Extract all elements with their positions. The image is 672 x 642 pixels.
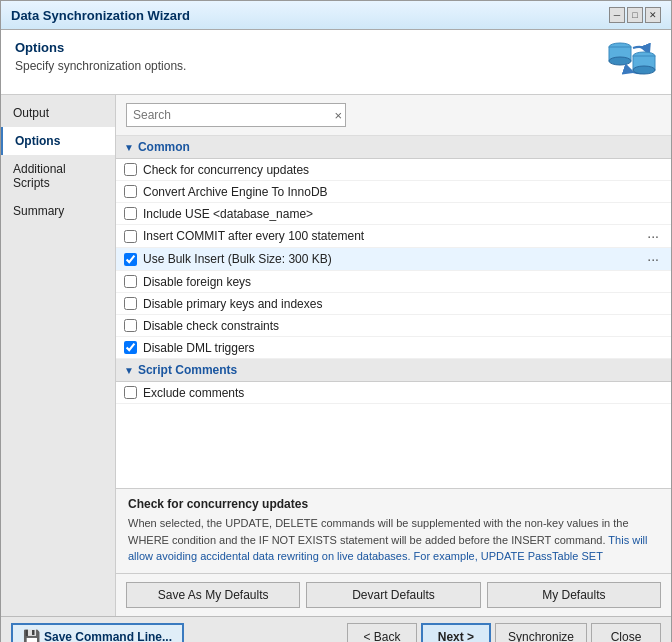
section-script-comments-label: Script Comments: [138, 363, 237, 377]
synchronize-button[interactable]: Synchronize: [495, 623, 587, 643]
back-button[interactable]: < Back: [347, 623, 417, 643]
sidebar-item-summary[interactable]: Summary: [1, 197, 115, 225]
info-text: When selected, the UPDATE, DELETE comman…: [128, 515, 659, 565]
sidebar-item-additional-scripts[interactable]: Additional Scripts: [1, 155, 115, 197]
header-text: Options Specify synchronization options.: [15, 40, 186, 73]
close-button[interactable]: ✕: [645, 7, 661, 23]
checkbox-primary-keys[interactable]: [124, 297, 137, 310]
info-title: Check for concurrency updates: [128, 497, 659, 511]
option-insert-commit: Insert COMMIT after every 100 statement …: [116, 225, 671, 248]
option-dml-triggers: Disable DML triggers: [116, 337, 671, 359]
sidebar-item-options[interactable]: Options: [1, 127, 115, 155]
save-command-line-button[interactable]: 💾 Save Command Line...: [11, 623, 184, 643]
label-dml-triggers: Disable DML triggers: [143, 341, 663, 355]
floppy-icon: 💾: [23, 629, 40, 643]
section-common-triangle[interactable]: ▼: [124, 142, 134, 153]
sidebar: Output Options Additional Scripts Summar…: [1, 95, 116, 616]
search-input-wrap: ×: [126, 103, 346, 127]
empty-space: [116, 404, 671, 484]
checkbox-archive-engine[interactable]: [124, 185, 137, 198]
info-text-main: When selected, the UPDATE, DELETE comman…: [128, 517, 629, 546]
content-area: × ▼ Common Check for concurrency updates…: [116, 95, 671, 616]
devart-defaults-button[interactable]: Devart Defaults: [306, 582, 480, 608]
section-common-header: ▼ Common: [116, 136, 671, 159]
my-defaults-button[interactable]: My Defaults: [487, 582, 661, 608]
sidebar-item-output[interactable]: Output: [1, 99, 115, 127]
header-section: Options Specify synchronization options.: [1, 30, 671, 95]
info-section: Check for concurrency updates When selec…: [116, 488, 671, 573]
footer-right: < Back Next > Synchronize Close: [347, 623, 661, 643]
save-defaults-button[interactable]: Save As My Defaults: [126, 582, 300, 608]
footer-left: 💾 Save Command Line...: [11, 623, 184, 643]
checkbox-foreign-keys[interactable]: [124, 275, 137, 288]
next-button[interactable]: Next >: [421, 623, 491, 643]
checkbox-concurrency[interactable]: [124, 163, 137, 176]
label-archive-engine: Convert Archive Engine To InnoDB: [143, 185, 663, 199]
option-use-database: Include USE <database_name>: [116, 203, 671, 225]
search-bar: ×: [116, 95, 671, 136]
label-foreign-keys: Disable foreign keys: [143, 275, 663, 289]
window-controls: ─ □ ✕: [609, 7, 661, 23]
header-subtitle: Specify synchronization options.: [15, 59, 186, 73]
close-button-footer[interactable]: Close: [591, 623, 661, 643]
maximize-button[interactable]: □: [627, 7, 643, 23]
label-check-constraints: Disable check constraints: [143, 319, 663, 333]
svg-point-2: [609, 57, 631, 65]
title-bar: Data Synchronization Wizard ─ □ ✕: [1, 1, 671, 30]
checkbox-dml-triggers[interactable]: [124, 341, 137, 354]
option-exclude-comments: Exclude comments: [116, 382, 671, 404]
label-primary-keys: Disable primary keys and indexes: [143, 297, 663, 311]
option-check-constraints: Disable check constraints: [116, 315, 671, 337]
label-use-database: Include USE <database_name>: [143, 207, 663, 221]
label-concurrency: Check for concurrency updates: [143, 163, 663, 177]
window-title: Data Synchronization Wizard: [11, 8, 190, 23]
section-common-label: Common: [138, 140, 190, 154]
main-area: Output Options Additional Scripts Summar…: [1, 95, 671, 616]
label-bulk-insert: Use Bulk Insert (Bulk Size: 300 KB): [143, 252, 643, 266]
checkbox-use-database[interactable]: [124, 207, 137, 220]
footer: 💾 Save Command Line... < Back Next > Syn…: [1, 616, 671, 643]
search-clear-button[interactable]: ×: [334, 108, 342, 123]
label-insert-commit: Insert COMMIT after every 100 statement: [143, 229, 643, 243]
section-script-comments-triangle[interactable]: ▼: [124, 365, 134, 376]
label-exclude-comments: Exclude comments: [143, 386, 663, 400]
checkbox-insert-commit[interactable]: [124, 230, 137, 243]
option-foreign-keys: Disable foreign keys: [116, 271, 671, 293]
more-bulk-insert[interactable]: ···: [643, 251, 663, 267]
more-insert-commit[interactable]: ···: [643, 228, 663, 244]
header-title: Options: [15, 40, 186, 55]
option-primary-keys: Disable primary keys and indexes: [116, 293, 671, 315]
section-script-comments-header: ▼ Script Comments: [116, 359, 671, 382]
minimize-button[interactable]: ─: [609, 7, 625, 23]
svg-point-5: [633, 66, 655, 74]
option-archive-engine: Convert Archive Engine To InnoDB: [116, 181, 671, 203]
checkbox-exclude-comments[interactable]: [124, 386, 137, 399]
database-sync-icon: [607, 40, 657, 82]
defaults-row: Save As My Defaults Devart Defaults My D…: [116, 573, 671, 616]
options-list: ▼ Common Check for concurrency updates C…: [116, 136, 671, 488]
search-input[interactable]: [126, 103, 346, 127]
checkbox-check-constraints[interactable]: [124, 319, 137, 332]
main-window: Data Synchronization Wizard ─ □ ✕ Option…: [0, 0, 672, 642]
option-bulk-insert: Use Bulk Insert (Bulk Size: 300 KB) ···: [116, 248, 671, 271]
checkbox-bulk-insert[interactable]: [124, 253, 137, 266]
save-command-line-label: Save Command Line...: [44, 630, 172, 643]
option-concurrency: Check for concurrency updates: [116, 159, 671, 181]
